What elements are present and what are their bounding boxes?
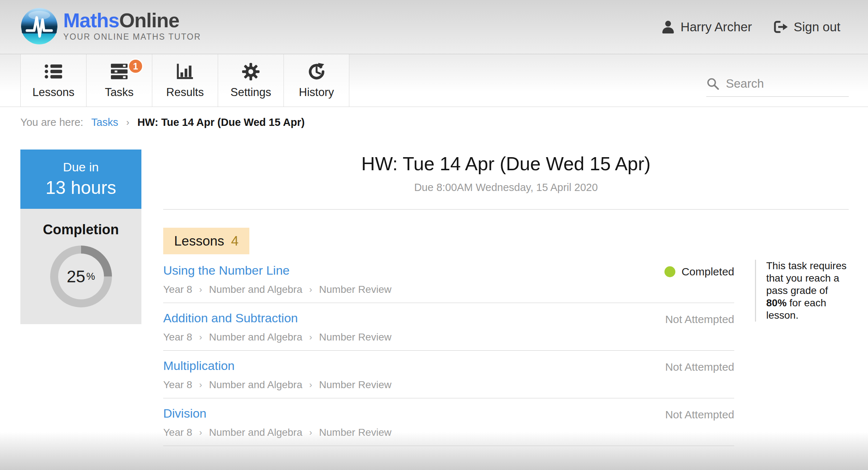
nav-item-settings[interactable]: Settings	[218, 54, 284, 107]
path-segment: Number and Algebra	[209, 427, 302, 438]
title-divider	[163, 209, 849, 210]
user-menu[interactable]: Harry Archer	[661, 20, 752, 34]
lesson-path: Year 8 › Number and Algebra › Number Rev…	[163, 331, 734, 343]
completion-title: Completion	[20, 222, 141, 238]
sign-out-button[interactable]: Sign out	[773, 20, 840, 34]
pass-grade-note: This task requires that you reach a pass…	[755, 260, 848, 322]
completed-dot-icon	[664, 266, 675, 277]
search-icon	[706, 77, 719, 90]
chevron-right-icon: ›	[126, 117, 129, 128]
path-segment: Number and Algebra	[209, 331, 302, 343]
lesson-link-addition-and-subtraction[interactable]: Addition and Subtraction	[163, 311, 298, 325]
sign-out-icon	[773, 20, 788, 34]
status-label: Not Attempted	[665, 313, 734, 326]
brand-tagline: YOUR ONLINE MATHS TUTOR	[63, 32, 201, 42]
lesson-link-multiplication[interactable]: Multiplication	[163, 359, 235, 373]
page-title: HW: Tue 14 Apr (Due Wed 15 Apr)	[163, 153, 849, 175]
chevron-right-icon: ›	[199, 380, 202, 390]
chevron-right-icon: ›	[309, 380, 312, 390]
status-badge: Not Attempted	[665, 409, 734, 421]
status-badge: Not Attempted	[665, 313, 734, 326]
tasks-icon	[110, 62, 128, 81]
tasks-count-badge: 1	[128, 59, 143, 74]
lesson-row: Using the Number Line Year 8 › Number an…	[163, 255, 734, 303]
chevron-right-icon: ›	[309, 284, 312, 295]
path-segment: Number and Algebra	[209, 284, 302, 295]
path-segment: Year 8	[163, 379, 192, 391]
chevron-right-icon: ›	[199, 284, 202, 295]
sign-out-label: Sign out	[794, 20, 840, 34]
due-value: 13 hours	[45, 177, 116, 198]
chevron-right-icon: ›	[309, 427, 312, 438]
lesson-path: Year 8 › Number and Algebra › Number Rev…	[163, 379, 734, 391]
status-label: Not Attempted	[665, 409, 734, 421]
lesson-link-using-the-number-line[interactable]: Using the Number Line	[163, 263, 290, 278]
nav-label-results: Results	[166, 86, 204, 99]
breadcrumb-prefix: You are here:	[20, 116, 83, 128]
brand-secondary: Online	[119, 9, 179, 32]
lesson-list: Using the Number Line Year 8 › Number an…	[163, 255, 734, 446]
user-name: Harry Archer	[680, 20, 752, 34]
lesson-row: Multiplication Year 8 › Number and Algeb…	[163, 351, 734, 398]
breadcrumb-link-tasks[interactable]: Tasks	[91, 116, 118, 128]
header-right: Harry Archer Sign out	[661, 0, 840, 54]
path-segment: Number Review	[319, 379, 391, 391]
note-text: This task requires that you reach a pass…	[766, 260, 847, 296]
lessons-count-header: Lessons 4	[163, 228, 249, 254]
lessons-list-icon	[44, 62, 63, 81]
path-segment: Year 8	[163, 331, 192, 343]
lesson-row: Addition and Subtraction Year 8 › Number…	[163, 303, 734, 351]
completion-percent-value: 25	[67, 267, 85, 286]
nav-item-tasks[interactable]: Tasks 1	[86, 54, 152, 107]
chevron-right-icon: ›	[309, 332, 312, 342]
nav-label-settings: Settings	[230, 86, 271, 99]
nav-label-tasks: Tasks	[105, 86, 133, 99]
path-segment: Number Review	[319, 427, 391, 438]
breadcrumb: You are here: Tasks › HW: Tue 14 Apr (Du…	[20, 107, 305, 138]
status-label: Completed	[682, 266, 734, 278]
logo-text: MathsOnline YOUR ONLINE MATHS TUTOR	[63, 7, 201, 42]
completion-donut-hole: 25%	[58, 254, 104, 299]
lesson-path: Year 8 › Number and Algebra › Number Rev…	[163, 427, 734, 438]
mathsonline-logo[interactable]: MathsOnline YOUR ONLINE MATHS TUTOR	[20, 7, 201, 45]
search-input[interactable]	[726, 77, 849, 91]
mathsonline-sphere-icon	[20, 7, 58, 45]
completion-percent-sign: %	[87, 271, 95, 282]
chevron-right-icon: ›	[199, 332, 202, 342]
lesson-path: Year 8 › Number and Algebra › Number Rev…	[163, 284, 734, 295]
path-segment: Number Review	[319, 331, 391, 343]
nav-label-lessons: Lessons	[32, 86, 74, 99]
status-badge: Not Attempted	[665, 361, 734, 373]
brand-primary: Maths	[63, 9, 119, 32]
due-label: Due in	[63, 160, 99, 174]
lesson-row: Division Year 8 › Number and Algebra › N…	[163, 398, 734, 446]
path-segment: Year 8	[163, 427, 192, 438]
main-nav: Lessons Tasks 1	[0, 54, 868, 107]
status-badge: Completed	[664, 266, 734, 278]
status-label: Not Attempted	[665, 361, 734, 373]
completion-box: Completion 25%	[20, 209, 141, 324]
app-header: MathsOnline YOUR ONLINE MATHS TUTOR Harr…	[0, 0, 868, 54]
completion-donut-chart: 25%	[50, 246, 112, 307]
bar-chart-icon	[176, 62, 194, 81]
note-bold-value: 80%	[766, 297, 787, 308]
lessons-badge-count: 4	[231, 234, 239, 249]
breadcrumb-current: HW: Tue 14 Apr (Due Wed 15 Apr)	[137, 116, 305, 128]
user-icon	[661, 20, 675, 34]
search-box	[706, 77, 849, 97]
nav-item-lessons[interactable]: Lessons	[20, 54, 86, 107]
lesson-link-division[interactable]: Division	[163, 406, 206, 421]
path-segment: Number and Algebra	[209, 379, 302, 391]
nav-item-results[interactable]: Results	[152, 54, 218, 107]
page-subtitle: Due 8:00AM Wednesday, 15 April 2020	[163, 182, 849, 194]
path-segment: Year 8	[163, 284, 192, 295]
history-icon	[308, 62, 326, 81]
due-countdown-box: Due in 13 hours	[20, 150, 141, 209]
chevron-right-icon: ›	[199, 427, 202, 438]
lessons-badge-label: Lessons	[174, 234, 224, 249]
gear-icon	[242, 62, 260, 81]
nav-item-history[interactable]: History	[284, 54, 349, 107]
nav-items: Lessons Tasks 1	[20, 54, 349, 107]
nav-label-history: History	[299, 86, 334, 99]
path-segment: Number Review	[319, 284, 391, 295]
